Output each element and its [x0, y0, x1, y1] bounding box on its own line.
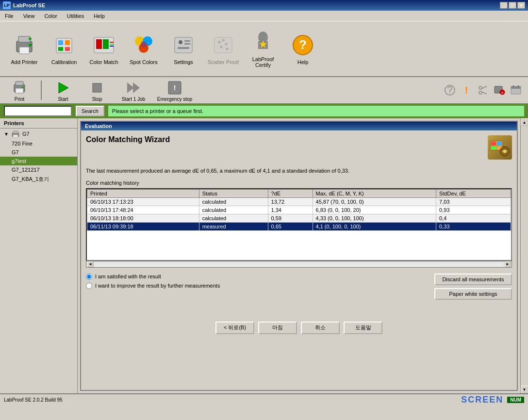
spot-colors-icon: [132, 33, 156, 57]
titlebar-buttons[interactable]: _ □ ×: [500, 2, 525, 9]
scroll-up-arrow[interactable]: ▲: [521, 118, 528, 126]
sidebar: Printers ▼ G7 720 Fine G7 g7test G7_1212…: [0, 118, 78, 393]
cell-printed: 06/10/13 18:18:00: [87, 214, 199, 222]
svg-rect-9: [58, 47, 63, 51]
settings2-icon[interactable]: +: [492, 83, 507, 97]
radio-satisfied-input[interactable]: [86, 274, 92, 280]
emergency-stop-button[interactable]: ! Emergency stop: [155, 79, 194, 102]
labproof-certify-button[interactable]: LabProof Certify: [244, 25, 282, 73]
scatter-proof-icon: [211, 33, 235, 57]
svg-point-20: [141, 41, 147, 47]
svg-rect-66: [491, 146, 496, 149]
help-icon: ?: [291, 33, 315, 57]
menu-view[interactable]: View: [20, 12, 38, 20]
action-icons: ! +: [443, 83, 523, 97]
sidebar-item-g7-kba[interactable]: G7_KBA_1호기: [0, 174, 77, 184]
radio-improve[interactable]: I want to improve the result by further …: [86, 283, 220, 289]
search-input[interactable]: [4, 106, 72, 116]
svg-text:+: +: [501, 91, 504, 95]
calibration-button[interactable]: Calibration: [45, 25, 83, 73]
sidebar-item-720-fine-label: 720 Fine: [12, 141, 33, 146]
settings-icon: [171, 33, 196, 57]
cell-printed: 06/10/13 17:48:24: [87, 206, 199, 214]
table-row[interactable]: 06/10/13 17:13:23 calculated 13,72 45,87…: [87, 197, 511, 206]
evaluation-panel: Evaluation Color Matching Wizard: [80, 121, 518, 391]
stop-button[interactable]: Stop: [82, 79, 112, 102]
cell-max-de: 4,1 (0, 100, 0, 100): [313, 222, 436, 230]
scissors-icon[interactable]: [476, 83, 490, 97]
maximize-button[interactable]: □: [509, 2, 516, 9]
sidebar-item-g7-121217[interactable]: G7_121217: [0, 165, 77, 174]
svg-rect-10: [65, 47, 70, 51]
cell-stddev: 0,33: [436, 222, 511, 230]
menu-color[interactable]: Color: [41, 12, 60, 20]
close-button[interactable]: ×: [517, 2, 525, 9]
table-row[interactable]: 06/11/13 09:39:18 measured 0,65 4,1 (0, …: [87, 222, 511, 230]
cell-max-de: 45,87 (70, 0, 100, 0): [313, 197, 436, 206]
search-button[interactable]: Search: [76, 106, 104, 116]
radio-improve-label: I want to improve the result by further …: [95, 283, 220, 289]
color-match-button[interactable]: Color Match: [84, 25, 123, 73]
options-area: I am satisfied with the result I want to…: [86, 274, 512, 300]
phone-icon[interactable]: [443, 83, 457, 97]
print-button[interactable]: Print: [5, 79, 34, 102]
wizard-title: Color Matching Wizard: [86, 135, 170, 144]
spot-colors-button[interactable]: Spot Colors: [124, 25, 163, 73]
start-job-button[interactable]: Start 1 Job: [116, 79, 150, 102]
sidebar-title: Printers: [0, 118, 77, 129]
num-badge: NUM: [507, 397, 524, 403]
statusbar: LabProof SE 2.0.2 Build 95 SCREEN NUM: [0, 393, 528, 405]
search-message: Please select a printer or a queue first…: [108, 106, 524, 116]
sidebar-item-720-fine[interactable]: 720 Fine: [0, 139, 77, 148]
sidebar-item-g7[interactable]: G7: [0, 148, 77, 157]
cell-max-de: 6,83 (0, 0, 100, 20): [313, 206, 436, 214]
warning-icon[interactable]: !: [459, 83, 474, 97]
radio-satisfied-label: I am satisfied with the result: [95, 274, 161, 279]
scroll-right-btn[interactable]: ►: [505, 261, 511, 267]
menu-file[interactable]: File: [2, 12, 16, 20]
action-buttons: Discard all measurements Paper white set…: [434, 274, 512, 300]
paper-white-settings-button[interactable]: Paper white settings: [434, 288, 512, 300]
main-area: Printers ▼ G7 720 Fine G7 g7test G7_1212…: [0, 118, 528, 393]
history-table[interactable]: Printed Status ?dE Max, dE (C, M, Y, K) …: [86, 188, 512, 261]
start-label: Start: [58, 97, 68, 102]
app-icon: LP: [3, 1, 11, 9]
sidebar-item-g7-parent[interactable]: ▼ G7: [0, 129, 77, 139]
table-hscroll[interactable]: ◄ ►: [86, 261, 512, 268]
back-button[interactable]: < 뒤로(B): [215, 322, 254, 334]
scatter-proof-button[interactable]: Scatter Proof: [204, 25, 243, 73]
help-button[interactable]: ? Help: [283, 25, 322, 73]
cancel-button[interactable]: 취소: [301, 322, 340, 334]
print-icon: [11, 79, 28, 97]
start-button[interactable]: Start: [49, 79, 78, 102]
searchbar: Search Please select a printer or a queu…: [0, 104, 528, 118]
table-row[interactable]: 06/10/13 17:48:24 calculated 1,34 6,83 (…: [87, 206, 511, 214]
add-printer-button[interactable]: Add Printer: [5, 25, 44, 73]
sidebar-item-g7test[interactable]: g7test: [0, 157, 77, 165]
settings-label: Settings: [174, 59, 193, 65]
finish-button[interactable]: 마침: [258, 322, 297, 334]
help-nav-button[interactable]: 도움말: [344, 322, 382, 334]
radio-improve-input[interactable]: [86, 283, 92, 289]
svg-point-3: [29, 44, 32, 47]
minimize-button[interactable]: _: [500, 2, 508, 9]
radio-satisfied[interactable]: I am satisfied with the result: [86, 274, 220, 280]
menu-utilities[interactable]: Utilities: [64, 12, 87, 20]
table-row[interactable]: 06/10/13 18:18:00 calculated 0,59 4,33 (…: [87, 214, 511, 222]
calendar-icon[interactable]: [509, 83, 523, 97]
start-job-icon: [125, 79, 142, 97]
scroll-down-arrow[interactable]: ▼: [521, 386, 528, 393]
svg-rect-39: [16, 88, 23, 93]
menu-help[interactable]: Help: [91, 12, 108, 20]
screen-logo: SCREEN: [461, 395, 503, 405]
scroll-left-btn[interactable]: ◄: [87, 261, 93, 267]
svg-point-29: [225, 43, 228, 46]
discard-measurements-button[interactable]: Discard all measurements: [434, 274, 512, 285]
calibration-label: Calibration: [51, 59, 77, 65]
svg-rect-25: [184, 43, 190, 45]
settings-button[interactable]: Settings: [164, 25, 203, 73]
right-scrollbar: ▲ ▼: [520, 118, 528, 393]
filter-icon: ▼: [4, 131, 9, 137]
sidebar-item-g7-label: G7: [12, 149, 19, 155]
radio-group: I am satisfied with the result I want to…: [86, 274, 220, 289]
